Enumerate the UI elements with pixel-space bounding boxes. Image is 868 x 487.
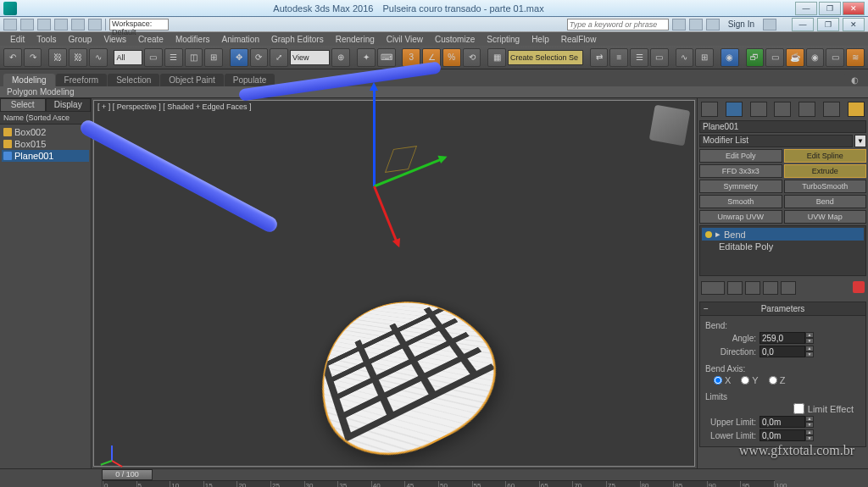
menu-rendering[interactable]: Rendering <box>331 35 380 44</box>
scale-icon[interactable]: ⤢ <box>270 48 288 67</box>
dropdown-arrow-icon[interactable]: ▼ <box>854 135 866 147</box>
window-crossing-icon[interactable]: ⊞ <box>204 48 223 67</box>
upper-limit-spinner[interactable] <box>760 416 805 428</box>
mod-btn-turbosmooth[interactable]: TurboSmooth <box>784 180 867 193</box>
make-unique-icon[interactable] <box>745 281 760 295</box>
explorer-tab-select[interactable]: Select <box>0 98 46 112</box>
menu-edit[interactable]: Edit <box>5 35 30 44</box>
limit-effect-checkbox[interactable]: Limit Effect <box>705 403 860 414</box>
object-name-field[interactable] <box>699 120 866 133</box>
stack-item[interactable]: ▸Bend <box>702 228 864 241</box>
spinner-snap-icon[interactable]: ⟲ <box>463 48 481 67</box>
menu-views[interactable]: Views <box>98 35 131 44</box>
signin-link[interactable]: Sign In <box>728 19 754 29</box>
mirror-icon[interactable]: ⇄ <box>590 48 609 67</box>
time-ruler[interactable]: 0510152025303540455055606570758085909510… <box>102 480 775 488</box>
spinner-down-icon[interactable]: ▼ <box>805 435 814 441</box>
bind-icon[interactable]: ∿ <box>89 48 108 67</box>
axis-y-radio[interactable]: Y <box>741 375 758 385</box>
inner-minimize-button[interactable]: — <box>792 18 814 31</box>
remove-mod-icon[interactable] <box>763 281 778 295</box>
render-prod-icon[interactable]: ◉ <box>806 48 825 67</box>
curve-editor-icon[interactable]: ∿ <box>676 48 694 67</box>
select-object-icon[interactable]: ▭ <box>144 48 163 67</box>
angle-spinner[interactable] <box>760 332 805 344</box>
menu-create[interactable]: Create <box>133 35 169 44</box>
menu-tools[interactable]: Tools <box>31 35 61 44</box>
direction-spinner[interactable] <box>760 346 805 357</box>
axis-x-radio[interactable]: X <box>714 375 731 385</box>
mod-btn-symmetry[interactable]: Symmetry <box>699 180 782 193</box>
show-end-result-icon[interactable] <box>727 281 743 295</box>
explorer-column-header[interactable]: Name (Sorted Asce <box>0 112 91 125</box>
tab-populate[interactable]: Populate <box>225 74 275 86</box>
display-tab-icon[interactable] <box>798 102 815 117</box>
time-slider-handle[interactable]: 0 / 100 <box>102 469 153 480</box>
tab-freeform[interactable]: Freeform <box>56 74 108 86</box>
spinner-up-icon[interactable]: ▲ <box>805 416 814 422</box>
mod-btn-editspline[interactable]: Edit Spline <box>784 149 867 163</box>
ribbon-collapse-icon[interactable]: ◐ <box>843 74 867 86</box>
named-sets-icon[interactable]: ▦ <box>487 48 506 67</box>
spinner-up-icon[interactable]: ▲ <box>805 429 814 435</box>
close-button[interactable]: ✕ <box>843 2 865 15</box>
color-swatch[interactable] <box>848 102 865 117</box>
subscription-icon[interactable] <box>689 19 703 30</box>
mod-btn-uvwmap[interactable]: UVW Map <box>784 210 867 224</box>
qat-save-icon[interactable] <box>37 19 51 30</box>
workspace-dropdown[interactable]: Workspace: Default <box>109 19 169 30</box>
mod-btn-editpoly[interactable]: Edit Poly <box>699 149 782 163</box>
list-item[interactable]: Box002 <box>2 126 89 138</box>
modify-tab-icon[interactable] <box>726 102 743 117</box>
pivot-icon[interactable]: ⊕ <box>331 48 350 67</box>
inner-close-button[interactable]: ✕ <box>843 18 865 31</box>
transform-gizmo-icon[interactable] <box>374 185 375 186</box>
motion-tab-icon[interactable] <box>774 102 791 117</box>
redo-icon[interactable]: ↷ <box>24 48 42 67</box>
menu-grapheditors[interactable]: Graph Editors <box>266 35 329 44</box>
keyboard-shortcut-icon[interactable]: ⌨ <box>377 48 396 67</box>
tab-objectpaint[interactable]: Object Paint <box>160 74 223 86</box>
move-icon[interactable]: ✥ <box>230 48 248 67</box>
ref-coord-dropdown[interactable]: View <box>290 50 330 65</box>
select-name-icon[interactable]: ☰ <box>164 48 183 67</box>
spinner-up-icon[interactable]: ▲ <box>805 346 814 351</box>
manipulate-icon[interactable]: ✦ <box>357 48 376 67</box>
mod-btn-extrude[interactable]: Extrude <box>784 164 867 178</box>
create-tab-icon[interactable] <box>701 102 718 117</box>
menu-civilview[interactable]: Civil View <box>381 35 428 44</box>
time-slider[interactable]: 0 / 100 05101520253035404550556065707580… <box>0 468 868 487</box>
inner-restore-button[interactable]: ❐ <box>817 18 839 31</box>
spinner-down-icon[interactable]: ▼ <box>805 338 814 344</box>
qat-link-icon[interactable] <box>88 19 102 30</box>
qat-redo-icon[interactable] <box>71 19 85 30</box>
rollout-header[interactable]: Parameters <box>700 302 865 316</box>
menu-group[interactable]: Group <box>64 35 97 44</box>
menu-help[interactable]: Help <box>526 35 554 44</box>
menu-scripting[interactable]: Scripting <box>481 35 525 44</box>
search-input[interactable] <box>567 19 669 30</box>
axis-z-radio[interactable]: Z <box>769 375 786 385</box>
explorer-tab-display[interactable]: Display <box>46 98 92 112</box>
infocenter-icon[interactable] <box>672 19 686 30</box>
named-selection-dropdown[interactable]: Create Selection Se <box>508 50 583 65</box>
link-icon[interactable]: ⛓ <box>48 48 67 67</box>
undo-icon[interactable]: ↶ <box>3 48 22 67</box>
mod-btn-ffd[interactable]: FFD 3x3x3 <box>699 164 782 178</box>
rendered-frame-icon[interactable]: ▭ <box>765 48 784 67</box>
qat-new-icon[interactable] <box>3 19 17 30</box>
spinner-down-icon[interactable]: ▼ <box>805 422 814 428</box>
modifier-stack[interactable]: ▸Bend Editable Poly <box>699 225 866 276</box>
stack-item[interactable]: Editable Poly <box>702 241 864 252</box>
help-icon[interactable] <box>763 19 776 30</box>
realflow-icon[interactable]: ≋ <box>846 48 865 67</box>
select-region-icon[interactable]: ◫ <box>185 48 203 67</box>
tab-selection[interactable]: Selection <box>108 74 159 86</box>
menu-realflow[interactable]: RealFlow <box>556 35 602 44</box>
list-item[interactable]: Plane001 <box>2 150 89 162</box>
configure-sets-icon[interactable] <box>781 281 796 295</box>
viewport-perspective[interactable]: [ + ] [ Perspective ] [ Shaded + Edged F… <box>93 100 695 467</box>
mod-btn-smooth[interactable]: Smooth <box>699 195 782 208</box>
align-icon[interactable]: ≡ <box>609 48 628 67</box>
modifier-list-dropdown[interactable]: Modifier List <box>699 135 853 147</box>
